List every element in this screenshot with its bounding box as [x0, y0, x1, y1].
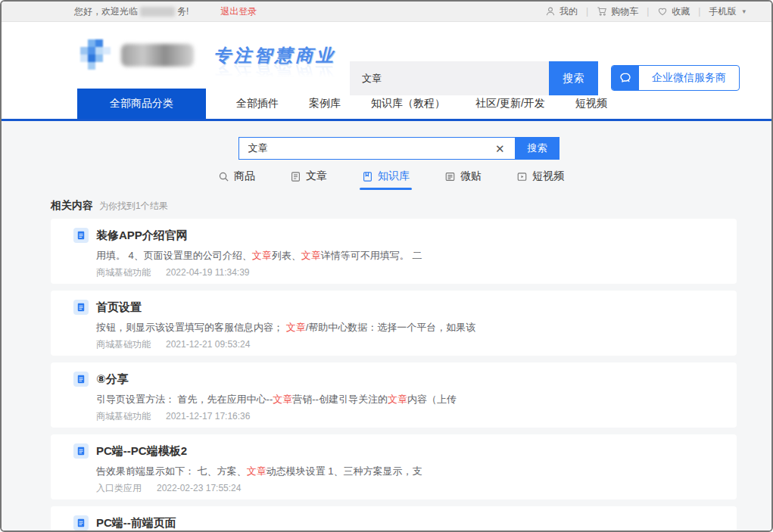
- result-date: 2021-12-21 09:53:24: [166, 339, 250, 350]
- clear-icon[interactable]: ✕: [485, 143, 515, 154]
- topbar: 您好，欢迎光临 务! 退出登录 我的|购物车|收藏|手机版▾: [2, 2, 771, 22]
- logo-slogan-wrap: 专注智慧商业 专注智慧商业: [214, 36, 336, 75]
- greeting-suffix: 务!: [177, 5, 189, 18]
- nav-all-categories-button[interactable]: 全部商品分类: [77, 89, 206, 119]
- nav-item-全部插件[interactable]: 全部插件: [236, 97, 279, 110]
- document-icon: [73, 228, 89, 243]
- topbar-link-手机版[interactable]: 手机版▾: [709, 5, 746, 18]
- topbar-greeting: 您好，欢迎光临 务! 退出登录: [74, 5, 257, 18]
- snippet-keyword-highlight: 文章: [273, 394, 292, 405]
- nav-item-案例库[interactable]: 案例库: [309, 97, 341, 110]
- snippet-text: 详情等可不用填写。 二: [321, 250, 422, 261]
- nav-item-社区/更新/开发[interactable]: 社区/更新/开发: [475, 97, 545, 110]
- snippet-keyword-highlight: 文章: [252, 250, 272, 261]
- post-icon: [444, 171, 456, 182]
- result-card[interactable]: PC端--PC端模板2 告效果前端显示如下： 七、方案、文章动态模块设置 1、三…: [51, 434, 737, 499]
- snippet-keyword-highlight: 文章: [286, 322, 306, 333]
- result-category: 入口类应用: [96, 483, 142, 493]
- snippet-text: 营销--创建引导关注的: [292, 394, 388, 405]
- results-header: 相关内容 为你找到1个结果: [51, 199, 737, 213]
- results-count-note: 为你找到1个结果: [99, 200, 168, 213]
- nav-item-短视频[interactable]: 短视频: [575, 97, 607, 110]
- document-icon: [73, 515, 89, 530]
- tab-微贴[interactable]: 微贴: [444, 170, 482, 190]
- topbar-link-收藏[interactable]: 收藏: [657, 5, 690, 18]
- blurred-username: [140, 7, 175, 17]
- search-button[interactable]: 搜索: [516, 137, 559, 160]
- topbar-links: 我的|购物车|收藏|手机版▾: [545, 5, 746, 18]
- tab-label: 文章: [306, 170, 327, 183]
- tab-文章[interactable]: 文章: [290, 170, 327, 190]
- result-title-row: 首页设置: [73, 300, 714, 315]
- search-icon: [218, 171, 229, 182]
- tab-商品[interactable]: 商品: [218, 170, 255, 190]
- header-search-input[interactable]: [350, 61, 549, 95]
- header: 专注智慧商业 专注智慧商业 搜索 企业微信服务商: [2, 22, 771, 89]
- results-list: 装修APP介绍官网 用填。 4、页面设置里的公司介绍、文章列表、文章详情等可不用…: [51, 219, 737, 530]
- topbar-link-label: 手机版: [709, 5, 736, 18]
- topbar-link-我的[interactable]: 我的: [545, 5, 578, 18]
- search-input-wrap: ✕: [238, 137, 516, 160]
- result-category: 商城基础功能: [96, 267, 151, 278]
- topbar-separator: |: [698, 6, 700, 17]
- document-icon: [73, 372, 89, 387]
- result-date: 2021-12-17 17:16:36: [166, 411, 250, 422]
- blurred-logo-text: [121, 44, 194, 67]
- topbar-separator: |: [647, 6, 649, 17]
- result-card[interactable]: 装修APP介绍官网 用填。 4、页面设置里的公司介绍、文章列表、文章详情等可不用…: [51, 219, 737, 284]
- logo-pixel-icon: [79, 38, 112, 73]
- result-snippet: 告效果前端显示如下： 七、方案、文章动态模块设置 1、三种方案显示，支: [96, 465, 714, 478]
- nav-item-知识库（教程）[interactable]: 知识库（教程）: [371, 97, 445, 110]
- result-title-row: PC端--前端页面: [73, 515, 714, 530]
- result-date: 2022-02-23 17:55:24: [157, 483, 241, 493]
- user-icon: [545, 6, 556, 17]
- wechat-work-label: 企业微信服务商: [639, 66, 739, 90]
- cart-icon: [597, 6, 607, 17]
- tab-知识库[interactable]: 知识库: [362, 170, 410, 190]
- greeting-prefix: 您好，欢迎光临: [74, 5, 138, 18]
- tab-短视频[interactable]: 短视频: [516, 170, 564, 190]
- result-title-row: 装修APP介绍官网: [73, 228, 714, 243]
- result-date: 2022-04-19 11:34:39: [166, 267, 250, 278]
- result-title: 装修APP介绍官网: [96, 229, 188, 243]
- result-card[interactable]: PC端--前端页面 前端页面装修设置如下： 1、页面设置、文章模块设置 2、前端…: [51, 506, 737, 530]
- result-snippet: 按钮，则显示该设置填写的客服信息内容； 文章/帮助中心数据：选择一个平台，如果该: [96, 321, 714, 334]
- result-title: ⑧分享: [96, 372, 129, 387]
- tab-label: 知识库: [378, 170, 410, 183]
- snippet-keyword-highlight: 文章: [247, 465, 266, 477]
- topbar-link-购物车[interactable]: 购物车: [597, 5, 638, 18]
- tab-label: 微贴: [460, 170, 482, 183]
- result-meta: 商城基础功能 2022-04-19 11:34:39: [96, 267, 714, 278]
- header-search-button[interactable]: 搜索: [549, 61, 598, 95]
- snippet-text: /帮助中心数据：选择一个平台，如果该: [306, 322, 476, 333]
- result-title: PC端--PC端模板2: [96, 444, 187, 459]
- snippet-text: 动态模块设置 1、三种方案显示，支: [266, 465, 422, 477]
- result-category: 商城基础功能: [96, 411, 151, 422]
- document-icon: [73, 300, 89, 315]
- snippet-text: 按钮，则显示该设置填写的客服信息内容；: [96, 322, 286, 333]
- wechat-work-button[interactable]: 企业微信服务商: [611, 65, 740, 91]
- site-logo[interactable]: 专注智慧商业 专注智慧商业: [79, 36, 336, 75]
- logout-link[interactable]: 退出登录: [220, 5, 257, 18]
- logo-slogan: 专注智慧商业: [214, 44, 336, 67]
- search-section: ✕ 搜索: [14, 121, 771, 160]
- wechat-work-icon: [612, 66, 639, 90]
- snippet-keyword-highlight: 文章: [301, 250, 321, 261]
- snippet-text: 列表、: [272, 250, 301, 261]
- result-title-row: ⑧分享: [73, 372, 714, 387]
- result-meta: 入口类应用 2022-02-23 17:55:24: [96, 483, 714, 493]
- snippet-text: 用填。 4、页面设置里的公司介绍、: [96, 250, 252, 261]
- chevron-down-icon: ▾: [742, 8, 746, 15]
- knowledge-icon: [362, 171, 373, 182]
- result-title-row: PC端--PC端模板2: [73, 443, 714, 459]
- snippet-text: 引导页设置方法： 首先，先在应用中心--: [96, 394, 273, 405]
- browser-page: 您好，欢迎光临 务! 退出登录 我的|购物车|收藏|手机版▾: [0, 0, 773, 532]
- header-search: 搜索: [350, 61, 598, 95]
- search-input[interactable]: [239, 143, 485, 154]
- result-card[interactable]: 首页设置 按钮，则显示该设置填写的客服信息内容； 文章/帮助中心数据：选择一个平…: [51, 291, 737, 356]
- result-snippet: 用填。 4、页面设置里的公司介绍、文章列表、文章详情等可不用填写。 二: [96, 249, 714, 263]
- result-card[interactable]: ⑧分享 引导页设置方法： 首先，先在应用中心--文章营销--创建引导关注的文章内…: [51, 362, 737, 428]
- document-icon: [73, 443, 89, 459]
- snippet-text: 告效果前端显示如下： 七、方案、: [96, 465, 247, 477]
- heart-icon: [657, 6, 668, 17]
